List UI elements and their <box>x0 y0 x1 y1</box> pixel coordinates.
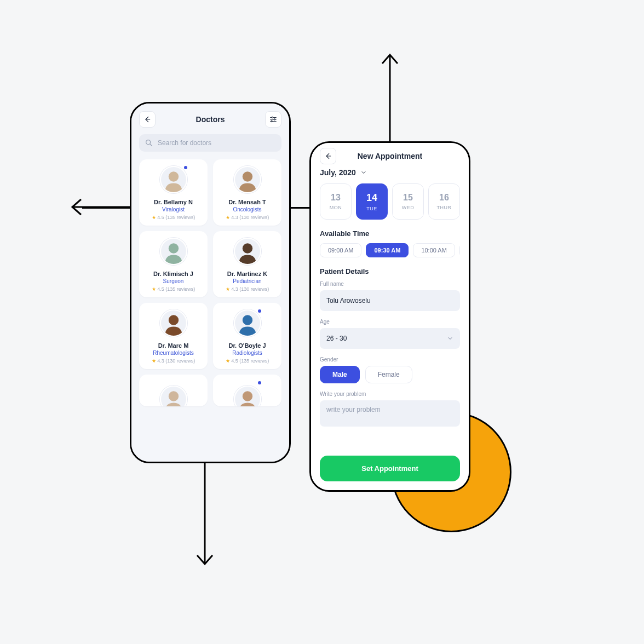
phone-appointment: New Appointment July, 2020 13 MON14 TUE1… <box>309 141 470 492</box>
doctor-specialty: Viralogist <box>162 206 185 212</box>
month-label: July, 2020 <box>320 168 356 177</box>
time-slots: 09:00 AM09:30 AM10:00 AM10:30 <box>320 243 460 257</box>
doctor-card[interactable] <box>213 375 281 406</box>
doctor-specialty: Surgeon <box>163 278 184 284</box>
appointment-header: New Appointment <box>320 152 460 160</box>
day-of-week: WED <box>402 205 415 210</box>
day-number: 13 <box>331 193 341 203</box>
svg-point-21 <box>168 315 178 325</box>
day-number: 16 <box>439 193 449 203</box>
calendar-day[interactable]: 14 TUE <box>356 183 388 220</box>
svg-point-15 <box>242 171 252 181</box>
online-indicator-icon <box>257 308 262 314</box>
patient-details-label: Patient Details <box>320 267 460 275</box>
set-appointment-button[interactable]: Set Appointment <box>320 456 460 481</box>
day-number: 15 <box>403 193 413 203</box>
time-slot[interactable]: 09:30 AM <box>366 243 409 257</box>
doctor-name: Dr. Klimisch J <box>153 271 193 277</box>
star-icon: ★ <box>152 358 156 364</box>
doctor-specialty: Rheumatologists <box>153 350 193 356</box>
gender-label: Gender <box>320 357 460 363</box>
doctor-avatar <box>234 166 261 193</box>
calendar-days: 13 MON14 TUE15 WED16 THUR <box>320 183 460 220</box>
appointment-title: New Appointment <box>358 152 422 160</box>
age-value: 26 - 30 <box>326 335 347 342</box>
doctor-specialty: Pediatrician <box>233 278 261 284</box>
svg-point-13 <box>168 171 178 181</box>
chevron-down-icon <box>447 335 453 342</box>
doctor-avatar <box>160 166 187 193</box>
arrow-left-icon <box>143 116 151 123</box>
calendar-day[interactable]: 13 MON <box>320 183 352 220</box>
phone-doctors: Doctors Dr. Bellamy <box>130 102 291 463</box>
doctor-card[interactable]: Dr. Mensah T Oncologists ★ 4.3 (130 revi… <box>213 159 281 226</box>
svg-point-10 <box>146 140 151 145</box>
day-of-week: MON <box>330 205 342 210</box>
svg-point-27 <box>242 391 252 401</box>
arrow-left-icon <box>324 152 332 160</box>
svg-point-25 <box>168 391 178 401</box>
time-slot[interactable]: 09:00 AM <box>320 243 361 257</box>
doctor-rating: ★ 4.5 (135 reviews) <box>152 286 196 292</box>
connector-line <box>289 207 311 209</box>
doctor-card[interactable]: Dr. Marc M Rheumatologists ★ 4.3 (130 re… <box>139 303 208 369</box>
available-time-label: Available Time <box>320 229 460 238</box>
age-select[interactable]: 26 - 30 <box>320 328 460 349</box>
day-number: 14 <box>366 192 377 204</box>
fullname-input[interactable] <box>320 290 460 311</box>
doctor-name: Dr. Bellamy N <box>154 199 193 205</box>
back-button[interactable] <box>320 148 336 164</box>
time-slot[interactable]: 10:30 <box>459 243 460 257</box>
doctor-card[interactable]: Dr. O'Boyle J Radiologists ★ 4.5 (135 re… <box>213 303 281 369</box>
doctor-name: Dr. Mensah T <box>228 199 266 205</box>
doctor-card[interactable]: Dr. Bellamy N Viralogist ★ 4.5 (135 revi… <box>139 159 208 226</box>
doctors-header: Doctors <box>139 111 281 128</box>
star-icon: ★ <box>226 358 230 364</box>
day-of-week: THUR <box>437 205 452 210</box>
search-icon <box>145 139 153 147</box>
time-slot[interactable]: 10:00 AM <box>413 243 455 257</box>
doctors-search-input[interactable] <box>158 139 276 147</box>
svg-point-5 <box>272 117 273 118</box>
gender-option[interactable]: Male <box>320 366 360 383</box>
back-button[interactable] <box>139 111 156 128</box>
doctor-avatar <box>160 238 187 265</box>
doctor-avatar <box>160 381 187 406</box>
svg-point-9 <box>271 120 272 122</box>
doctor-rating: ★ 4.5 (135 reviews) <box>226 358 269 364</box>
doctor-rating: ★ 4.3 (130 reviews) <box>226 286 269 292</box>
problem-input[interactable] <box>320 400 460 427</box>
sliders-icon <box>269 116 277 123</box>
day-of-week: TUE <box>366 206 377 211</box>
doctor-avatar <box>234 381 261 406</box>
svg-line-11 <box>150 144 152 146</box>
doctor-name: Dr. Marc M <box>158 342 189 349</box>
doctor-card[interactable] <box>139 375 208 406</box>
online-indicator-icon <box>183 165 188 170</box>
doctor-name: Dr. O'Boyle J <box>228 342 266 349</box>
connector-line <box>82 207 131 209</box>
star-icon: ★ <box>226 215 230 220</box>
doctor-name: Dr. Martinez K <box>227 271 267 277</box>
star-icon: ★ <box>152 215 156 220</box>
doctor-avatar <box>234 309 261 337</box>
doctor-rating: ★ 4.5 (135 reviews) <box>152 215 196 220</box>
gender-option[interactable]: Female <box>365 366 412 383</box>
doctor-card[interactable]: Dr. Martinez K Pediatrician ★ 4.3 (130 r… <box>213 231 281 297</box>
age-label: Age <box>320 319 460 325</box>
online-indicator-icon <box>257 380 262 386</box>
doctor-rating: ★ 4.3 (130 reviews) <box>226 215 269 220</box>
calendar-day[interactable]: 16 THUR <box>428 183 460 220</box>
star-icon: ★ <box>152 286 156 292</box>
doctors-search[interactable] <box>139 134 281 152</box>
chevron-down-icon <box>360 169 367 176</box>
svg-point-23 <box>242 315 252 325</box>
filter-button[interactable] <box>265 111 281 128</box>
calendar-day[interactable]: 15 WED <box>392 183 424 220</box>
doctor-card[interactable]: Dr. Klimisch J Surgeon ★ 4.5 (135 review… <box>139 231 208 297</box>
svg-point-7 <box>274 119 275 120</box>
month-selector[interactable]: July, 2020 <box>320 168 460 177</box>
doctors-title: Doctors <box>196 115 225 124</box>
svg-point-17 <box>168 243 178 253</box>
gender-options: MaleFemale <box>320 366 460 383</box>
